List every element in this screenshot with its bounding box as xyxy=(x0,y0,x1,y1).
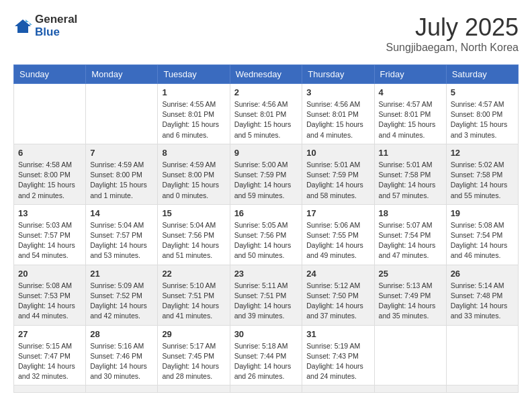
table-row xyxy=(302,385,374,393)
calendar-row: 27Sunrise: 5:15 AM Sunset: 7:47 PM Dayli… xyxy=(14,325,519,385)
table-row: 25Sunrise: 5:13 AM Sunset: 7:49 PM Dayli… xyxy=(374,265,446,325)
table-row: 20Sunrise: 5:08 AM Sunset: 7:53 PM Dayli… xyxy=(14,265,86,325)
day-number: 10 xyxy=(306,148,369,158)
calendar-row: 6Sunrise: 4:58 AM Sunset: 8:00 PM Daylig… xyxy=(14,144,519,204)
header-monday: Monday xyxy=(86,65,158,84)
day-number: 7 xyxy=(90,148,153,158)
table-row: 3Sunrise: 4:56 AM Sunset: 8:01 PM Daylig… xyxy=(302,84,374,144)
header-saturday: Saturday xyxy=(446,65,518,84)
calendar-row: 20Sunrise: 5:08 AM Sunset: 7:53 PM Dayli… xyxy=(14,265,519,325)
day-number: 31 xyxy=(306,329,369,339)
day-info: Sunrise: 4:59 AM Sunset: 8:00 PM Dayligh… xyxy=(162,160,225,201)
day-number: 19 xyxy=(451,208,514,218)
day-info: Sunrise: 5:07 AM Sunset: 7:54 PM Dayligh… xyxy=(379,220,442,261)
table-row: 16Sunrise: 5:05 AM Sunset: 7:56 PM Dayli… xyxy=(230,204,302,265)
table-row: 7Sunrise: 4:59 AM Sunset: 8:00 PM Daylig… xyxy=(86,144,158,204)
logo-text: General Blue xyxy=(35,13,77,38)
weekday-header-row: Sunday Monday Tuesday Wednesday Thursday… xyxy=(14,65,519,84)
table-row xyxy=(374,385,446,393)
day-info: Sunrise: 4:55 AM Sunset: 8:01 PM Dayligh… xyxy=(162,99,225,140)
day-info: Sunrise: 4:59 AM Sunset: 8:00 PM Dayligh… xyxy=(90,160,153,201)
table-row xyxy=(374,325,446,385)
day-info: Sunrise: 4:58 AM Sunset: 8:00 PM Dayligh… xyxy=(18,160,81,201)
calendar-row: 1Sunrise: 4:55 AM Sunset: 8:01 PM Daylig… xyxy=(14,84,519,144)
table-row xyxy=(14,84,86,144)
table-row: 30Sunrise: 5:18 AM Sunset: 7:44 PM Dayli… xyxy=(230,325,302,385)
day-info: Sunrise: 5:17 AM Sunset: 7:45 PM Dayligh… xyxy=(162,341,225,382)
day-info: Sunrise: 5:06 AM Sunset: 7:55 PM Dayligh… xyxy=(306,220,369,261)
header-thursday: Thursday xyxy=(302,65,374,84)
day-number: 24 xyxy=(306,269,369,279)
table-row: 28Sunrise: 5:16 AM Sunset: 7:46 PM Dayli… xyxy=(86,325,158,385)
day-number: 18 xyxy=(379,208,442,218)
table-row: 31Sunrise: 5:19 AM Sunset: 7:43 PM Dayli… xyxy=(302,325,374,385)
table-row: 17Sunrise: 5:06 AM Sunset: 7:55 PM Dayli… xyxy=(302,204,374,265)
day-info: Sunrise: 4:56 AM Sunset: 8:01 PM Dayligh… xyxy=(306,99,369,140)
day-number: 27 xyxy=(18,329,81,339)
table-row: 4Sunrise: 4:57 AM Sunset: 8:01 PM Daylig… xyxy=(374,84,446,144)
day-info: Sunrise: 5:02 AM Sunset: 7:58 PM Dayligh… xyxy=(451,160,514,201)
table-row: 10Sunrise: 5:01 AM Sunset: 7:59 PM Dayli… xyxy=(302,144,374,204)
day-info: Sunrise: 4:57 AM Sunset: 8:00 PM Dayligh… xyxy=(451,99,514,140)
day-number: 30 xyxy=(234,329,298,339)
day-number: 23 xyxy=(234,269,298,279)
day-number: 3 xyxy=(306,87,369,97)
day-number: 17 xyxy=(306,208,369,218)
table-row: 18Sunrise: 5:07 AM Sunset: 7:54 PM Dayli… xyxy=(374,204,446,265)
day-number: 4 xyxy=(379,87,442,97)
day-number: 20 xyxy=(18,269,81,279)
header-friday: Friday xyxy=(374,65,446,84)
table-row: 6Sunrise: 4:58 AM Sunset: 8:00 PM Daylig… xyxy=(14,144,86,204)
table-row: 14Sunrise: 5:04 AM Sunset: 7:57 PM Dayli… xyxy=(86,204,158,265)
table-row: 29Sunrise: 5:17 AM Sunset: 7:45 PM Dayli… xyxy=(158,325,230,385)
day-info: Sunrise: 5:13 AM Sunset: 7:49 PM Dayligh… xyxy=(379,281,442,322)
day-info: Sunrise: 5:09 AM Sunset: 7:52 PM Dayligh… xyxy=(90,281,153,322)
table-row: 27Sunrise: 5:15 AM Sunset: 7:47 PM Dayli… xyxy=(14,325,86,385)
table-row: 5Sunrise: 4:57 AM Sunset: 8:00 PM Daylig… xyxy=(446,84,518,144)
day-number: 25 xyxy=(379,269,442,279)
table-row: 11Sunrise: 5:01 AM Sunset: 7:58 PM Dayli… xyxy=(374,144,446,204)
table-row xyxy=(446,325,518,385)
day-number: 16 xyxy=(234,208,298,218)
table-row: 1Sunrise: 4:55 AM Sunset: 8:01 PM Daylig… xyxy=(158,84,230,144)
day-info: Sunrise: 5:14 AM Sunset: 7:48 PM Dayligh… xyxy=(451,281,514,322)
day-number: 13 xyxy=(18,208,81,218)
header-wednesday: Wednesday xyxy=(230,65,302,84)
svg-marker-0 xyxy=(15,19,31,33)
logo-general: General xyxy=(35,13,77,26)
day-info: Sunrise: 5:10 AM Sunset: 7:51 PM Dayligh… xyxy=(162,281,225,322)
logo: General Blue xyxy=(13,13,77,38)
logo-icon xyxy=(13,17,32,36)
day-number: 2 xyxy=(234,87,298,97)
table-row xyxy=(158,385,230,393)
day-number: 9 xyxy=(234,148,298,158)
table-row: 12Sunrise: 5:02 AM Sunset: 7:58 PM Dayli… xyxy=(446,144,518,204)
location-subtitle: Sungjibaegam, North Korea xyxy=(386,42,519,54)
day-number: 11 xyxy=(379,148,442,158)
day-info: Sunrise: 5:03 AM Sunset: 7:57 PM Dayligh… xyxy=(18,220,81,261)
day-info: Sunrise: 5:04 AM Sunset: 7:56 PM Dayligh… xyxy=(162,220,225,261)
table-row xyxy=(14,385,86,393)
day-number: 14 xyxy=(90,208,153,218)
day-info: Sunrise: 4:57 AM Sunset: 8:01 PM Dayligh… xyxy=(379,99,442,140)
table-row: 22Sunrise: 5:10 AM Sunset: 7:51 PM Dayli… xyxy=(158,265,230,325)
day-number: 12 xyxy=(451,148,514,158)
title-block: July 2025 Sungjibaegam, North Korea xyxy=(386,13,519,54)
day-number: 1 xyxy=(162,87,225,97)
day-number: 21 xyxy=(90,269,153,279)
table-row: 13Sunrise: 5:03 AM Sunset: 7:57 PM Dayli… xyxy=(14,204,86,265)
calendar-row: 13Sunrise: 5:03 AM Sunset: 7:57 PM Dayli… xyxy=(14,204,519,265)
day-info: Sunrise: 5:11 AM Sunset: 7:51 PM Dayligh… xyxy=(234,281,298,322)
day-info: Sunrise: 5:08 AM Sunset: 7:53 PM Dayligh… xyxy=(18,281,81,322)
calendar-row xyxy=(14,385,519,393)
header-sunday: Sunday xyxy=(14,65,86,84)
day-info: Sunrise: 5:18 AM Sunset: 7:44 PM Dayligh… xyxy=(234,341,298,382)
day-info: Sunrise: 5:08 AM Sunset: 7:54 PM Dayligh… xyxy=(451,220,514,261)
table-row: 26Sunrise: 5:14 AM Sunset: 7:48 PM Dayli… xyxy=(446,265,518,325)
table-row: 23Sunrise: 5:11 AM Sunset: 7:51 PM Dayli… xyxy=(230,265,302,325)
day-info: Sunrise: 5:01 AM Sunset: 7:58 PM Dayligh… xyxy=(379,160,442,201)
day-number: 8 xyxy=(162,148,225,158)
header-tuesday: Tuesday xyxy=(158,65,230,84)
table-row: 9Sunrise: 5:00 AM Sunset: 7:59 PM Daylig… xyxy=(230,144,302,204)
table-row: 21Sunrise: 5:09 AM Sunset: 7:52 PM Dayli… xyxy=(86,265,158,325)
